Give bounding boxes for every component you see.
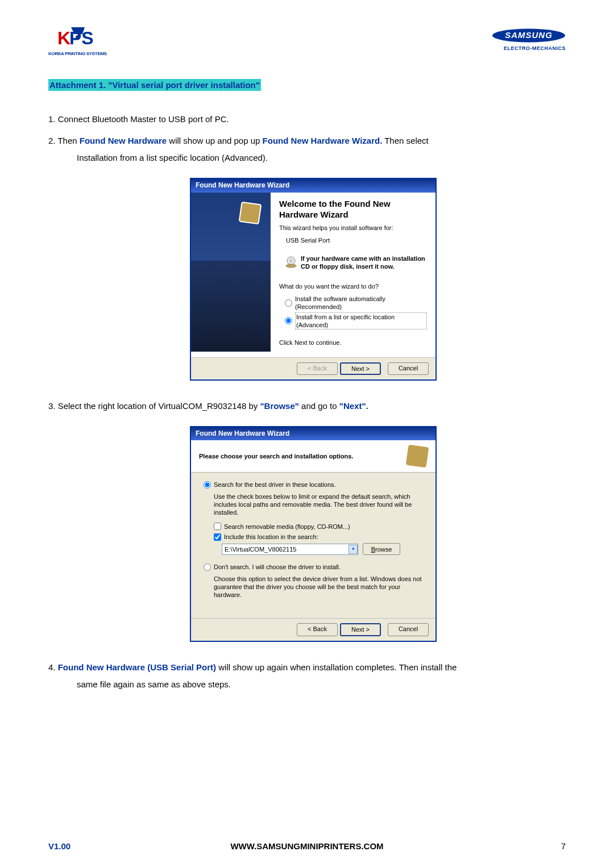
step-2: 2. Then Found New Hardware will show up … <box>48 132 566 381</box>
content: 1. Connect Bluetooth Master to USB port … <box>48 111 566 693</box>
wizard-2-radio-dont-search[interactable]: Don't search. I will choose the driver t… <box>204 563 423 571</box>
radio-dont-search-input[interactable] <box>204 564 211 571</box>
kps-logo: K PS KOREA PRINTING SYSTEMS <box>48 23 107 56</box>
wizard-2-check-include[interactable]: Include this location in the search: <box>204 533 423 541</box>
kps-logo-text: KOREA PRINTING SYSTEMS <box>48 51 107 56</box>
page-footer: V1.00 WWW.SAMSUNGMINIPRINTERS.COM 7 <box>48 841 566 851</box>
radio-advanced-input[interactable] <box>285 317 292 324</box>
wizard-1-helps-text: This wizard helps you install software f… <box>279 224 427 232</box>
wizard-2-path-input[interactable] <box>222 544 358 555</box>
dropdown-icon[interactable]: ▾ <box>349 545 358 554</box>
svg-point-2 <box>76 35 80 40</box>
svg-point-6 <box>290 260 292 262</box>
page-header: K PS KOREA PRINTING SYSTEMS SAMSUNG ELEC… <box>48 23 566 56</box>
page-number: 7 <box>561 841 566 851</box>
version-text: V1.00 <box>48 841 70 851</box>
wizard-1-click-next: Click Next to continue. <box>279 339 427 347</box>
wizard-2-cancel-button[interactable]: Cancel <box>388 623 429 636</box>
kps-logo-icon: K PS <box>57 23 97 51</box>
svg-text:K: K <box>57 28 70 48</box>
wizard-1-cancel-button[interactable]: Cancel <box>388 362 429 375</box>
step-1: 1. Connect Bluetooth Master to USB port … <box>48 111 566 128</box>
wizard-2-radio-search[interactable]: Search for the best driver in these loca… <box>204 481 423 489</box>
footer-url: WWW.SAMSUNGMINIPRINTERS.COM <box>230 841 383 851</box>
wizard-2-title: Found New Hardware Wizard <box>191 427 435 441</box>
wizard-1-sidebar-image <box>191 193 271 352</box>
wizard-1-next-button[interactable]: Next > <box>340 362 381 375</box>
attachment-title: Attachment 1. "Virtual serial port drive… <box>48 79 261 91</box>
wizard-2-browse-button[interactable]: Browse <box>363 543 400 555</box>
wizard-1-heading: Welcome to the Found New Hardware Wizard <box>279 198 427 220</box>
radio-auto-input[interactable] <box>285 299 292 307</box>
wizard-2-back-button[interactable]: < Back <box>297 623 338 636</box>
svg-point-7 <box>286 264 296 268</box>
wizard-1-back-button: < Back <box>297 362 338 375</box>
samsung-sub-text: ELECTRO-MECHANICS <box>492 45 566 51</box>
wizard-2-next-button[interactable]: Next > <box>340 623 381 636</box>
wizard-2-search-desc: Use the check boxes below to limit or ex… <box>204 493 423 517</box>
wizard-2: Found New Hardware Wizard Please choose … <box>190 426 437 642</box>
wizard-1-radio-auto[interactable]: Install the software automatically (Reco… <box>279 295 427 311</box>
radio-search-input[interactable] <box>204 481 211 489</box>
samsung-logo: SAMSUNG ELECTRO-MECHANICS <box>492 28 566 51</box>
wizard-1-radio-advanced[interactable]: Install from a list or specific location… <box>279 312 427 330</box>
wizard-1-question: What do you want the wizard to do? <box>279 282 427 290</box>
wizard-1-cd-note: If your hardware came with an installati… <box>279 254 427 271</box>
cd-icon <box>285 256 297 268</box>
wizard-1-title: Found New Hardware Wizard <box>191 179 435 193</box>
svg-text:SAMSUNG: SAMSUNG <box>505 30 553 40</box>
checkbox-include[interactable] <box>214 533 221 541</box>
samsung-logo-icon: SAMSUNG <box>492 28 566 43</box>
step-3: 3. Select the right location of VirtualC… <box>48 398 566 642</box>
wizard-1-device-name: USB Serial Port <box>279 236 427 244</box>
step-4: 4. Found New Hardware (USB Serial Port) … <box>48 659 566 693</box>
wizard-2-dont-desc: Choose this option to select the device … <box>204 575 423 599</box>
checkbox-media[interactable] <box>214 523 221 530</box>
wizard-2-chip-icon <box>406 445 429 468</box>
wizard-1: Found New Hardware Wizard Welcome to the… <box>190 178 437 381</box>
wizard-2-header-text: Please choose your search and installati… <box>199 452 353 460</box>
wizard-2-check-media[interactable]: Search removable media (floppy, CD-ROM..… <box>204 523 423 531</box>
